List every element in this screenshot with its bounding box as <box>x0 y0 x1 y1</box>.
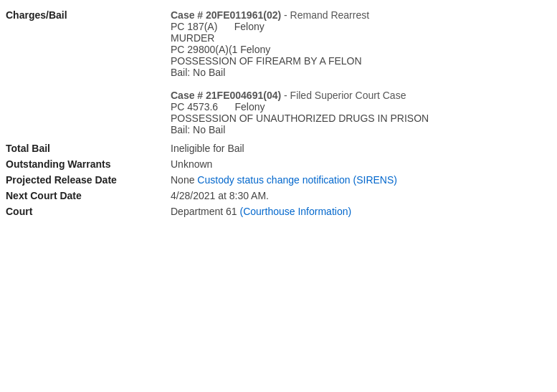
total-bail-value: Ineligible for Bail <box>165 140 557 156</box>
projected-release-date-row: Projected Release Date None Custody stat… <box>0 172 557 188</box>
total-bail-row: Total Bail Ineligible for Bail <box>0 140 557 156</box>
case-spacer <box>171 81 551 90</box>
case2-bail: Bail: No Bail <box>171 124 551 135</box>
case2-block: Case # 21FE004691(04) - Filed Superior C… <box>171 90 551 135</box>
case2-number: Case # 21FE004691(04) <box>171 90 281 101</box>
case1-bail: Bail: No Bail <box>171 67 551 78</box>
court-value: Department 61 (Courthouse Information) <box>165 204 557 219</box>
outstanding-warrants-row: Outstanding Warrants Unknown <box>0 156 557 172</box>
case1-charge1: PC 187(A) Felony <box>171 21 551 32</box>
court-row: Court Department 61 (Courthouse Informat… <box>0 204 557 219</box>
case1-description: - Remand Rearrest <box>281 9 369 21</box>
outstanding-warrants-value: Unknown <box>165 156 557 172</box>
outstanding-warrants-label: Outstanding Warrants <box>0 156 165 172</box>
projected-release-date-label: Projected Release Date <box>0 172 165 188</box>
next-court-date-row: Next Court Date 4/28/2021 at 8:30 AM. <box>0 188 557 204</box>
next-court-date-label: Next Court Date <box>0 188 165 204</box>
case1-charge2: PC 29800(A)(1 Felony <box>171 44 551 55</box>
next-court-date-value: 4/28/2021 at 8:30 AM. <box>165 188 557 204</box>
case2-charge1: PC 4573.6 Felony <box>171 101 551 113</box>
projected-release-date-value: None Custody status change notification … <box>165 172 557 188</box>
projected-release-date-prefix: None <box>171 174 197 186</box>
info-table: Charges/Bail Case # 20FE011961(02) - Rem… <box>0 7 557 219</box>
case2-charge1-desc: POSSESSION OF UNAUTHORIZED DRUGS IN PRIS… <box>171 113 551 124</box>
case2-header: Case # 21FE004691(04) - Filed Superior C… <box>171 90 406 101</box>
total-bail-label: Total Bail <box>0 140 165 156</box>
courthouse-info-link[interactable]: (Courthouse Information) <box>240 206 352 217</box>
case1-number: Case # 20FE011961(02) <box>171 9 281 21</box>
case2-description: - Filed Superior Court Case <box>281 90 406 101</box>
case1-charge1-desc: MURDER <box>171 32 551 44</box>
court-prefix: Department 61 <box>171 206 240 217</box>
charges-bail-label: Charges/Bail <box>0 7 165 140</box>
case2-number-bold: 21FE004691 <box>206 90 263 101</box>
court-label: Court <box>0 204 165 219</box>
case1-charge2-desc: POSSESSION OF FIREARM BY A FELON <box>171 55 551 67</box>
case1-block: Case # 20FE011961(02) - Remand Rearrest … <box>171 9 551 78</box>
charges-bail-row: Charges/Bail Case # 20FE011961(02) - Rem… <box>0 7 557 140</box>
charges-bail-value: Case # 20FE011961(02) - Remand Rearrest … <box>165 7 557 140</box>
case1-number-bold: 20FE011961 <box>206 9 263 21</box>
custody-status-link[interactable]: Custody status change notification (SIRE… <box>197 174 397 186</box>
case1-header: Case # 20FE011961(02) - Remand Rearrest <box>171 9 369 21</box>
